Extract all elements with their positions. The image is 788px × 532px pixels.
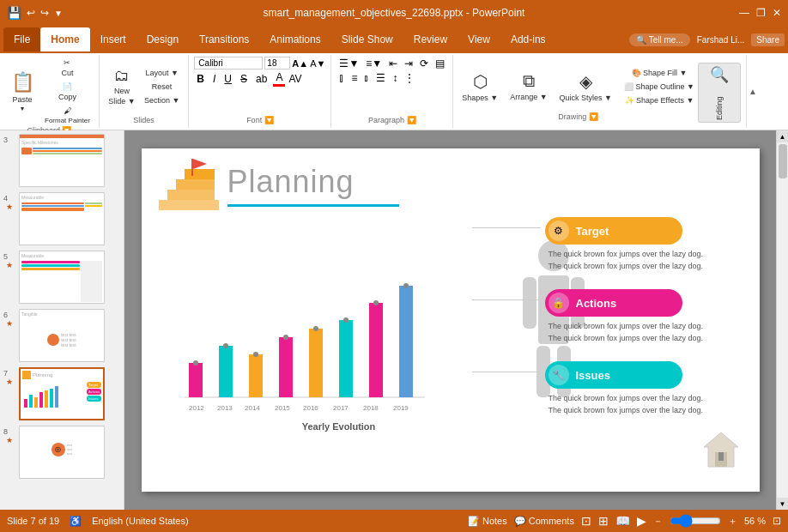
slide-thumbnail-5[interactable]: Measurable [19,251,105,304]
slide-thumbnail-6[interactable]: Tangible text texttext texttext text [19,309,105,362]
slide-thumb-7[interactable]: 7 ★ Planning [3,367,120,420]
zoom-in-btn[interactable]: ＋ [728,515,737,528]
actions-badge: 🔒 Actions [545,289,682,317]
tab-file[interactable]: File [3,27,40,51]
font-size-increase[interactable]: A▲ [292,58,308,69]
font-family-input[interactable] [194,57,263,70]
tell-me-box[interactable]: 🔍 Tell me... [629,33,690,46]
shape-outline-btn[interactable]: ⬜ Shape Outline ▼ [621,81,698,93]
close-btn[interactable]: ✕ [773,7,781,19]
tab-addins[interactable]: Add-ins [500,27,556,51]
align-right-btn[interactable]: ⫾ [361,71,372,85]
slide-thumb-5[interactable]: 5 ★ Measurable [3,251,120,304]
scroll-down-btn[interactable]: ▼ [777,498,789,510]
shapes-btn[interactable]: ⬡ Shapes ▼ [458,61,501,112]
scroll-up-btn[interactable]: ▲ [777,130,789,142]
actions-label: Actions [576,297,617,310]
save-icon[interactable]: 💾 [7,6,21,20]
copy-btn[interactable]: 📄 Copy [41,81,94,103]
slide-thumb-4[interactable]: 4 ★ Measurable [3,192,120,245]
slide-thumbnail-7[interactable]: Planning [19,367,105,420]
reset-btn[interactable]: Reset [141,81,183,93]
quick-styles-btn[interactable]: ◈ Quick Styles ▼ [556,61,615,112]
tab-view[interactable]: View [458,27,500,51]
tab-home[interactable]: Home [40,27,89,51]
customize-icon[interactable]: ▼ [54,9,63,18]
number-list-btn[interactable]: ≡▼ [363,57,385,70]
strikethrough-btn[interactable]: S [238,72,250,86]
user-account[interactable]: Farshad Li... [697,35,745,45]
font-color-btn[interactable]: A [273,70,285,87]
tab-animations[interactable]: Animations [259,27,330,51]
svg-rect-21 [399,286,413,397]
underline-btn[interactable]: U [221,72,234,86]
columns-btn[interactable]: ▤ [433,57,447,70]
arrange-icon: ⧉ [523,71,535,91]
shape-fill-btn[interactable]: 🎨 Shape Fill ▼ [621,67,698,79]
ribbon-collapse-btn[interactable]: ▲ [747,55,759,128]
slide-thumbnail-8[interactable]: ◎ texttexttext [19,426,105,479]
slide-title[interactable]: Planning [227,164,355,200]
normal-view-btn[interactable]: ⊡ [581,514,591,528]
bold-btn[interactable]: B [194,72,207,86]
bullet-list-btn[interactable]: ☰▼ [336,57,361,70]
slide-thumb-8[interactable]: 8 ★ ◎ texttexttext [3,426,120,479]
new-slide-btn[interactable]: 🗂 New Slide ▼ [105,61,139,112]
vertical-scrollbar[interactable]: ▲ ▼ [776,130,788,510]
justify-btn[interactable]: ☰ [373,71,388,85]
editing-btn[interactable]: 🔍 Editing [698,63,741,123]
tab-slideshow[interactable]: Slide Show [331,27,403,51]
text-direction-btn[interactable]: ⟳ [417,57,431,70]
align-center-btn[interactable]: ≡ [349,71,360,85]
zoom-out-btn[interactable]: － [653,515,663,528]
italic-btn[interactable]: I [210,72,218,86]
char-spacing-btn[interactable]: AV [288,73,301,85]
restore-btn[interactable]: ❐ [756,7,766,19]
shape-effects-btn[interactable]: ✨ Shape Effects ▼ [621,94,698,106]
slide-thumb-3[interactable]: 3 ★ Specific Milestones [3,134,120,187]
font-size-decrease[interactable]: A▼ [310,58,325,69]
smartart-btn[interactable]: ⋮ [402,71,417,85]
redo-icon[interactable]: ↪ [40,7,49,19]
tab-design[interactable]: Design [136,27,189,51]
tab-transitions[interactable]: Transitions [189,27,259,51]
slide-canvas[interactable]: Planning [142,148,760,492]
svg-rect-7 [159,200,219,210]
paste-btn[interactable]: 📋 Paste ▼ [5,66,39,118]
zoom-slider[interactable] [670,514,721,528]
format-painter-btn[interactable]: 🖌 Format Painter [41,105,94,126]
chart-area[interactable]: 2012 2013 2014 2015 2016 2017 2018 2019 [159,251,416,440]
slide-thumbnail-3[interactable]: Specific Milestones [19,134,105,187]
share-btn[interactable]: Share [751,33,785,46]
copy-icon: 📄 [63,82,72,91]
comments-btn[interactable]: 💬 Comments [514,516,574,527]
indent-decrease-btn[interactable]: ⇤ [386,57,400,70]
svg-rect-18 [309,329,323,397]
arrange-btn[interactable]: ⧉ Arrange ▼ [506,61,550,112]
tab-review[interactable]: Review [403,27,458,51]
notes-btn[interactable]: 📝 Notes [468,516,507,527]
tab-insert[interactable]: Insert [90,27,136,51]
minimize-btn[interactable]: — [739,7,749,19]
scroll-track[interactable] [777,142,788,498]
slide-thumb-6[interactable]: 6 ★ Tangible text texttext texttext text [3,309,120,362]
slide-sorter-btn[interactable]: ⊞ [598,514,609,528]
shadow-btn[interactable]: ab [253,72,270,86]
undo-icon[interactable]: ↩ [27,7,35,19]
section-btn[interactable]: Section ▼ [141,94,183,106]
svg-point-30 [193,360,198,366]
reading-view-btn[interactable]: 📖 [615,514,630,528]
slide-thumbnail-4[interactable]: Measurable [19,192,105,245]
line-spacing-btn[interactable]: ↕ [390,71,400,85]
layout-btn[interactable]: Layout ▼ [141,67,183,79]
slides-group: 🗂 New Slide ▼ Layout ▼ Reset Section ▼ S… [100,55,189,128]
fit-slide-btn[interactable]: ⊡ [773,515,781,527]
indent-increase-btn[interactable]: ⇥ [402,57,415,70]
align-left-btn[interactable]: ⫿ [336,71,347,85]
slideshow-btn[interactable]: ▶ [637,514,646,528]
cut-btn[interactable]: ✂ Cut [41,57,94,79]
scroll-thumb[interactable] [779,144,787,178]
font-size-input[interactable] [264,57,290,70]
issues-section: 🔧 Issues The quick brown fox jumps over … [545,361,751,416]
svg-rect-20 [369,303,383,397]
